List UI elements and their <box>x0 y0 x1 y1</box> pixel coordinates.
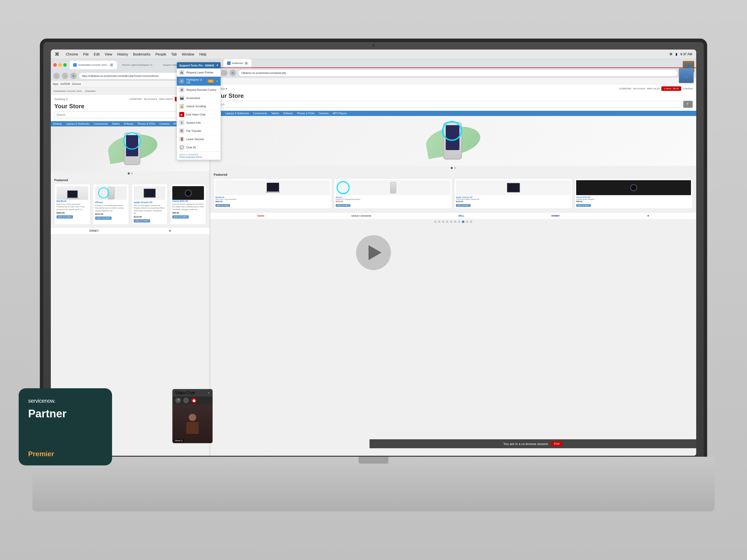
tab-screenmeet[interactable]: Screenmeet | Account | Scre... × <box>70 61 117 69</box>
tool-screenshot[interactable]: 📷 Screenshot <box>177 94 221 102</box>
back-button[interactable]: ← <box>53 73 60 79</box>
indicator-1[interactable] <box>128 172 130 175</box>
video-close-button[interactable]: × <box>208 391 210 395</box>
panel-collapse-icon[interactable]: ▾ <box>216 64 218 67</box>
page-dot-2[interactable] <box>438 220 440 223</box>
right-checkout[interactable]: Checkout <box>683 87 693 90</box>
right-indicator-1[interactable] <box>451 167 453 169</box>
keyboard-shortcut[interactable]: Show Keyboard Shortc... <box>179 156 218 158</box>
menu-tab[interactable]: Tab <box>171 52 177 56</box>
bookmark-apps[interactable]: Apps <box>53 83 58 85</box>
right-cat-laptops[interactable]: Laptops & Notebooks <box>223 111 251 116</box>
cinema-image <box>134 186 165 200</box>
menu-file[interactable]: File <box>83 52 89 56</box>
right-wishlist[interactable]: Wish List (0) <box>647 87 659 90</box>
video-chat-title: Video Chat <box>175 391 195 395</box>
reload-button[interactable]: ↻ <box>70 73 77 79</box>
camera-button[interactable]: 🎥 <box>183 398 189 403</box>
right-url-bar[interactable]: c3bdemo-sn.screenmeet.com/assist.php <box>238 70 678 76</box>
page-dot-1[interactable] <box>434 220 437 223</box>
right-search-input[interactable] <box>214 101 681 108</box>
end-session-button[interactable]: End <box>551 441 562 446</box>
cinema-add-cart[interactable]: ADD TO CART <box>134 219 150 222</box>
cat-cameras[interactable]: Cameras <box>157 121 172 127</box>
right-tab-main[interactable]: Multibreast × <box>224 59 252 68</box>
play-button[interactable] <box>356 235 391 270</box>
tool-leave-session[interactable]: 🚪 Leave Session <box>177 135 221 143</box>
menu-help[interactable]: Help <box>199 52 206 56</box>
right-cat-phones[interactable]: Phones & PDAs <box>295 111 317 116</box>
right-search-button[interactable]: 🔍 <box>683 101 693 108</box>
page-dot-5[interactable] <box>450 220 453 223</box>
bookmark-ext[interactable]: ext/5348 <box>60 83 70 85</box>
right-cat-tablets[interactable]: Tablets <box>269 111 281 116</box>
cat-components[interactable]: Components <box>92 121 110 127</box>
tool-laser-pointer[interactable]: 🕰 Request Laser Pointer <box>177 69 221 77</box>
tab-agent[interactable]: Recent | Agent Workspace | S... <box>119 61 157 69</box>
tool-file-transfer[interactable]: 🖹 File Transfer <box>177 127 221 135</box>
url-bar[interactable]: https://c3bdemo-sn.screenmeet.com/index.… <box>79 73 191 79</box>
highlight-icon: ✏ <box>179 79 184 84</box>
page-dot-4[interactable] <box>446 220 448 223</box>
menu-history[interactable]: History <box>117 52 128 56</box>
right-iphone-cart[interactable]: ADD TO CART <box>336 204 350 207</box>
menu-window[interactable]: Window <box>182 52 194 56</box>
right-canon-cart[interactable]: ADD TO CART <box>576 204 591 207</box>
page-dot-9[interactable] <box>466 220 468 223</box>
indicator-2[interactable] <box>131 172 133 175</box>
page-dot-7[interactable] <box>458 220 460 223</box>
tool-chat[interactable]: 💬 Chat 26 <box>177 143 221 152</box>
maximize-dot[interactable] <box>63 63 67 67</box>
close-icon[interactable]: × <box>216 80 218 83</box>
right-cat-components[interactable]: Components <box>251 111 269 116</box>
menu-bookmarks[interactable]: Bookmarks <box>133 52 150 56</box>
page-dot-10[interactable] <box>470 220 472 223</box>
right-cat-cameras[interactable]: Cameras <box>317 111 331 116</box>
cat-tablets[interactable]: Tablets <box>110 121 122 127</box>
forward-button[interactable]: → <box>62 73 68 79</box>
tool-end-video[interactable]: ▶ End Video Chat <box>177 110 221 119</box>
cat-software[interactable]: Software <box>122 121 135 127</box>
cat-phones[interactable]: Phones & PDAs <box>135 121 157 127</box>
record-button[interactable]: ⬤ <box>191 398 197 403</box>
right-macbook-cart[interactable]: ADD TO CART <box>215 204 230 207</box>
macbook-add-cart[interactable]: ADD TO CART <box>56 215 73 218</box>
support-tools-header: Support Tools Pin : 826842 ▾ <box>177 62 221 69</box>
menu-view[interactable]: View <box>105 52 112 56</box>
tool-leave-label: Leave Session <box>186 138 204 141</box>
minimize-dot[interactable] <box>58 63 62 67</box>
account-link[interactable]: My Account ▾ <box>144 98 157 100</box>
tool-highlighter[interactable]: ✏ Highlighter is ON ON × <box>177 77 221 86</box>
right-cart-button[interactable]: 0 items - $0.00 <box>661 86 681 91</box>
page-dot-3[interactable] <box>442 220 444 223</box>
close-dot[interactable] <box>53 63 57 67</box>
right-reload[interactable]: ↻ <box>230 70 236 76</box>
menu-edit[interactable]: Edit <box>94 52 100 56</box>
right-account[interactable]: My Account <box>634 87 645 90</box>
page-dot-6[interactable] <box>454 220 457 223</box>
tab-close[interactable]: × <box>110 63 113 67</box>
currency-selector[interactable]: Currency ▾ <box>54 98 68 101</box>
iphone-add-cart[interactable]: ADD TO CART <box>95 216 111 220</box>
product-iphone: iPhone iPhone is a revolutionary phone t… <box>93 184 129 225</box>
canon-add-cart[interactable]: ADD TO CART <box>172 215 189 218</box>
right-cinema-cart[interactable]: ADD TO CART <box>456 204 471 207</box>
right-tab-close[interactable]: × <box>244 61 248 65</box>
right-forward[interactable]: → <box>221 70 228 76</box>
right-indicator-2[interactable] <box>454 167 456 169</box>
tool-remote-control[interactable]: 🖥 Request Remote Control <box>177 86 221 94</box>
search-input[interactable] <box>54 111 195 118</box>
bookmark-genova[interactable]: Genova <box>72 83 81 85</box>
tool-unlock-scrolling[interactable]: 🔓 Unlock Scrolling <box>177 102 221 110</box>
right-cat-mp3[interactable]: MP3 Players <box>331 111 349 116</box>
tool-system-info[interactable]: ℹ System Info <box>177 119 221 127</box>
wishlist-link[interactable]: Wish List(0) ▾ <box>159 98 173 100</box>
cat-laptops[interactable]: Laptops & Notebooks <box>64 121 92 127</box>
right-cat-software[interactable]: Software <box>281 111 295 116</box>
cat-desktop[interactable]: Desktop <box>51 121 64 127</box>
page-dot-8[interactable] <box>462 220 464 223</box>
menu-chrome[interactable]: Chrome <box>66 52 78 56</box>
menu-people[interactable]: People <box>155 52 166 56</box>
menubar-right: ⌘ ▮ 9:37 AM <box>669 52 692 56</box>
mic-button[interactable]: 🎤 <box>175 398 181 403</box>
